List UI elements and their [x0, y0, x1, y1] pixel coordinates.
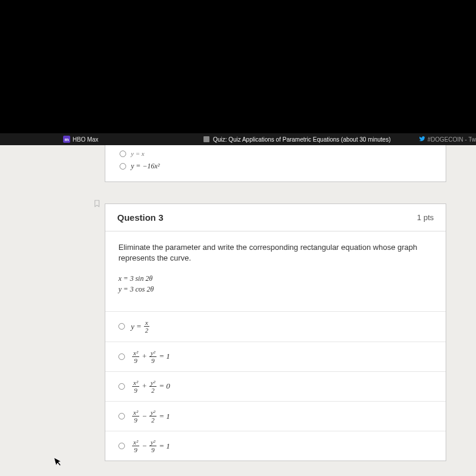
bookmark-icon[interactable] — [93, 199, 101, 208]
option-d-math: x²9 − y²2 = 1 — [131, 409, 170, 424]
given-line-1: x = 3 sin 2θ — [118, 273, 433, 284]
prev-option-text: y = −16x² — [131, 162, 159, 171]
radio-icon[interactable] — [118, 413, 125, 419]
mouse-cursor-icon — [53, 455, 64, 470]
option-e-math: x²9 − y²9 = 1 — [131, 439, 170, 453]
tab-hbo-max[interactable]: m HBO Max — [0, 136, 108, 143]
question-given: x = 3 sin 2θ y = 3 cos 2θ — [118, 273, 433, 295]
browser-tab-bar: m HBO Max Quiz: Quiz Applications of Par… — [0, 133, 476, 145]
question-points: 1 pts — [417, 213, 434, 222]
prev-option-cutoff[interactable]: y = x — [120, 148, 431, 159]
option-a[interactable]: y = x2 — [105, 311, 446, 341]
option-b-math: x²9 + y²9 = 1 — [131, 349, 170, 364]
tab-dogecoin[interactable]: #DOGECOIN - Tw — [419, 136, 477, 143]
prev-option-visible[interactable]: y = −16x² — [120, 159, 431, 173]
radio-icon[interactable] — [118, 323, 125, 330]
quiz-content-area: y = x y = −16x² Question 3 1 pts Elimina… — [0, 145, 476, 476]
given-line-2: y = 3 cos 2θ — [118, 284, 433, 295]
radio-icon[interactable] — [118, 443, 125, 449]
question-body: Eliminate the parameter and write the co… — [105, 231, 446, 311]
option-d[interactable]: x²9 − y²2 = 1 — [105, 401, 446, 431]
option-b[interactable]: x²9 + y²9 = 1 — [105, 342, 446, 371]
radio-icon[interactable] — [118, 353, 125, 360]
question-title: Question 3 — [117, 212, 164, 223]
radio-icon[interactable] — [120, 163, 126, 170]
question-stem: Eliminate the parameter and write the co… — [118, 242, 433, 264]
question-header: Question 3 1 pts — [105, 204, 446, 231]
screen-black-area — [0, 0, 476, 133]
prev-option-cut-text: y = x — [131, 150, 145, 157]
twitter-icon — [419, 136, 425, 143]
question-3-card: Question 3 1 pts Eliminate the parameter… — [105, 203, 446, 461]
tab-quiz-active[interactable]: Quiz: Quiz Applications of Parametric Eq… — [203, 136, 390, 143]
tab-dogecoin-label: #DOGECOIN - Tw — [428, 136, 477, 143]
tab-hbo-label: HBO Max — [73, 136, 98, 143]
tab-quiz-label: Quiz: Quiz Applications of Parametric Eq… — [213, 136, 390, 143]
quiz-tab-icon — [203, 136, 209, 142]
hbo-max-icon: m — [63, 136, 70, 143]
option-c-math: x²9 + y²2 = 0 — [131, 379, 170, 394]
previous-question-card: y = x y = −16x² — [105, 145, 446, 182]
option-c[interactable]: x²9 + y²2 = 0 — [105, 371, 446, 401]
option-e[interactable]: x²9 − y²9 = 1 — [105, 431, 446, 461]
radio-icon[interactable] — [120, 151, 126, 157]
radio-icon[interactable] — [118, 383, 125, 390]
option-a-math: y = x2 — [131, 319, 151, 334]
